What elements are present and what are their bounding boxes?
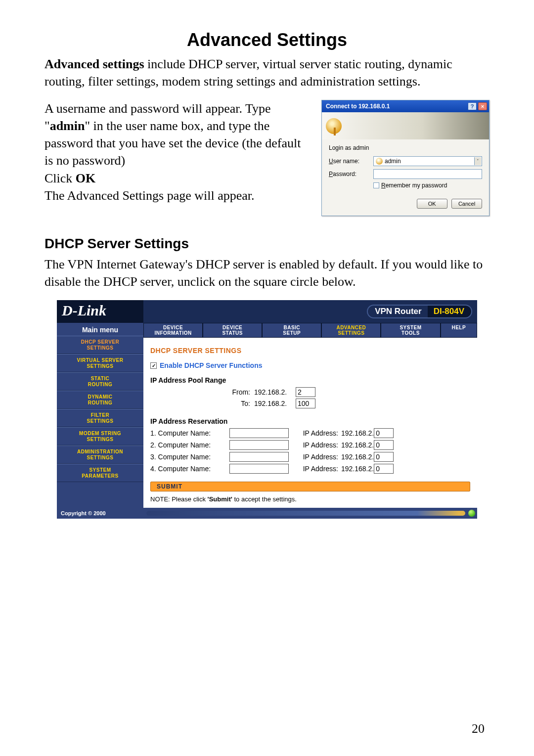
tab-label: INFORMATION	[145, 330, 201, 336]
sidebar-item-label: MODEM STRING	[59, 431, 141, 437]
pill-area: VPN Router DI-804V	[143, 300, 477, 323]
ip-suffix-input-2[interactable]: 0	[374, 440, 394, 450]
sidebar-item-label: SETTINGS	[59, 418, 141, 424]
router-header: D-Link VPN Router DI-804V	[57, 300, 477, 323]
password-row: Password:	[329, 169, 482, 179]
sidebar-item-label: SETTINGS	[59, 455, 141, 461]
page-title: Advanced Settings	[44, 30, 490, 50]
to-value-input[interactable]: 100	[296, 399, 315, 408]
ip-from-row: From: 192.168.2. 2	[150, 387, 470, 397]
tab-row: DEVICE INFORMATION DEVICE STATUS BASIC S…	[143, 323, 477, 338]
password-label: Password:	[329, 171, 373, 178]
login-dialog: Connect to 192.168.0.1 ? × Login as admi…	[321, 100, 490, 216]
tab-help[interactable]: HELP	[441, 323, 477, 338]
sidebar-item-virtual-server-settings[interactable]: VIRTUAL SERVER SETTINGS	[57, 354, 143, 372]
username-input[interactable]: admin ˅	[373, 156, 482, 166]
dialog-buttons: OK Cancel	[329, 199, 482, 209]
ip-prefix: 192.168.2.	[341, 429, 374, 437]
sidebar-item-administration-settings[interactable]: ADMINISTRATION SETTINGS	[57, 445, 143, 464]
instructions-text: A username and password will appear. Typ…	[44, 100, 312, 204]
reservation-row-2: 2. Computer Name: IP Address: 192.168.2.…	[150, 440, 470, 450]
ip-prefix: 192.168.2.	[254, 400, 296, 407]
dlink-logo: D-Link	[57, 300, 143, 323]
chevron-down-icon[interactable]: ˅	[474, 157, 481, 165]
sidebar-item-dhcp-server-settings[interactable]: DHCP SERVER SETTINGS	[57, 336, 143, 354]
from-value-input[interactable]: 2	[296, 387, 315, 397]
sidebar-item-modem-string-settings[interactable]: MODEM STRING SETTINGS	[57, 427, 143, 445]
computer-name-input-1[interactable]	[229, 428, 289, 438]
tab-label: STATUS	[204, 330, 261, 336]
remember-row[interactable]: Remember my password	[373, 182, 482, 189]
tab-label: DEVICE	[145, 325, 201, 330]
computer-name-input-2[interactable]	[229, 440, 289, 450]
reservation-row-3: 3. Computer Name: IP Address: 192.168.2.…	[150, 452, 470, 462]
sidebar-item-static-routing[interactable]: STATIC ROUTING	[57, 372, 143, 391]
from-label: From:	[150, 388, 254, 396]
tab-advanced-settings[interactable]: ADVANCED SETTINGS	[321, 323, 381, 338]
tab-system-tools[interactable]: SYSTEM TOOLS	[381, 323, 440, 338]
ip-prefix: 192.168.2.	[254, 388, 296, 396]
remember-label: Remember my password	[381, 182, 447, 189]
enable-dhcp-label: Enable DHCP Server Functions	[160, 361, 262, 369]
sidebar-item-label: FILTER	[59, 412, 141, 418]
router-body: Main menu DHCP SERVER SETTINGS VIRTUAL S…	[57, 323, 477, 508]
body3: The Advanced Settings page will appear.	[44, 188, 255, 203]
ip-suffix-input-3[interactable]: 0	[374, 452, 394, 462]
computer-name-input-4[interactable]	[229, 464, 289, 474]
enable-dhcp-row[interactable]: ✓ Enable DHCP Server Functions	[150, 361, 470, 369]
tab-label: SETTINGS	[323, 330, 379, 336]
remember-checkbox[interactable]	[373, 182, 379, 188]
main-column: DEVICE INFORMATION DEVICE STATUS BASIC S…	[143, 323, 477, 508]
submit-button[interactable]: SUBMIT	[150, 482, 470, 491]
realm-label: Login as admin	[329, 144, 482, 151]
sidebar-item-label: ADMINISTRATION	[59, 449, 141, 455]
model-label: DI-804V	[428, 305, 472, 318]
ip-prefix: 192.168.2.	[341, 465, 374, 473]
tab-basic-setup[interactable]: BASIC SETUP	[262, 323, 321, 338]
model-pill: VPN Router DI-804V	[367, 304, 472, 319]
vpn-router-label: VPN Router	[367, 305, 427, 318]
sidebar-item-label: SETTINGS	[59, 345, 141, 351]
key-small-icon	[376, 158, 383, 165]
note-row: NOTE: Please click 'Submit' to accept th…	[150, 495, 470, 503]
tab-label: DEVICE	[204, 325, 261, 330]
intro-lead: Advanced settings	[44, 57, 144, 71]
sidebar-item-system-parameters[interactable]: SYSTEM PARAMETERS	[57, 464, 143, 482]
ip-suffix-input-4[interactable]: 0	[374, 464, 394, 474]
reservation-name-label: 4. Computer Name:	[150, 465, 229, 473]
cancel-button[interactable]: Cancel	[451, 199, 482, 209]
reservation-name-label: 3. Computer Name:	[150, 453, 229, 461]
close-icon[interactable]: ×	[478, 102, 487, 110]
ip-prefix: 192.168.2.	[341, 441, 374, 449]
sidebar-item-filter-settings[interactable]: FILTER SETTINGS	[57, 409, 143, 427]
sidebar-item-dynamic-routing[interactable]: DYNAMIC ROUTING	[57, 391, 143, 409]
enable-dhcp-checkbox[interactable]: ✓	[150, 362, 157, 369]
footer-row: Copyright © 2000	[57, 508, 477, 519]
tab-device-information[interactable]: DEVICE INFORMATION	[143, 323, 203, 338]
note-a: NOTE: Please click	[150, 495, 208, 503]
tab-label: TOOLS	[382, 330, 439, 336]
ip-address-label: IP Address:	[298, 453, 341, 461]
intro-paragraph: Advanced settings include DHCP server, v…	[44, 55, 490, 90]
tab-label: HELP	[442, 325, 476, 330]
router-ui: D-Link VPN Router DI-804V Main menu DHCP…	[57, 300, 477, 519]
computer-name-input-3[interactable]	[229, 452, 289, 462]
sidebar-item-label: STATIC	[59, 376, 141, 382]
dhcp-paragraph: The VPN Internet Gateway's DHCP server i…	[44, 256, 490, 290]
sidebar-item-label: SYSTEM	[59, 467, 141, 473]
ip-reservation-label: IP Address Reservation	[150, 417, 470, 425]
sidebar-item-label: DHCP SERVER	[59, 339, 141, 345]
ip-prefix: 192.168.2.	[341, 453, 374, 461]
password-input[interactable]	[373, 169, 482, 179]
sidebar: Main menu DHCP SERVER SETTINGS VIRTUAL S…	[57, 323, 143, 508]
section-title: DHCP SERVER SETTINGS	[150, 347, 470, 355]
note-c: to accept the settings.	[232, 495, 297, 503]
dialog-body: Login as admin User name: admin ˅ Passwo…	[322, 139, 489, 216]
tab-device-status[interactable]: DEVICE STATUS	[203, 323, 262, 338]
body2b: admin	[50, 119, 85, 133]
help-icon[interactable]: ?	[468, 102, 477, 110]
ip-address-label: IP Address:	[298, 429, 341, 437]
ok-button[interactable]: OK	[417, 199, 447, 209]
click-label: Click	[44, 171, 76, 185]
ip-suffix-input-1[interactable]: 0	[374, 428, 394, 438]
